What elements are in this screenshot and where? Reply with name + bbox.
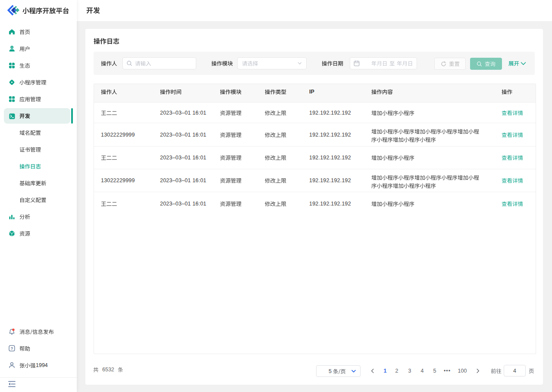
svg-text:?: ?	[11, 346, 13, 351]
